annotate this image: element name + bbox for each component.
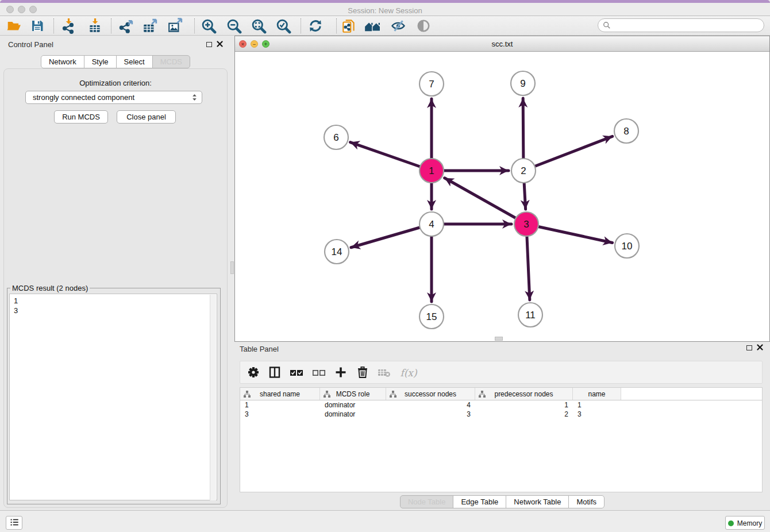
column-header-name[interactable]: name [573, 388, 621, 400]
tab-network[interactable]: Network [41, 55, 84, 68]
table-panel-close-icon[interactable] [757, 344, 763, 352]
import-table-icon [87, 18, 103, 34]
graph-node-11[interactable]: 11 [518, 303, 542, 327]
table-body: 1dominator4113dominator323 [240, 400, 762, 419]
zoom-out-icon [226, 18, 242, 34]
graph-node-1[interactable]: 1 [419, 159, 444, 183]
tab-edge-table[interactable]: Edge Table [453, 495, 506, 508]
mcds-result-line: 3 [14, 306, 217, 315]
graph-node-15[interactable]: 15 [419, 304, 444, 329]
graph-edge-3-1[interactable] [445, 178, 526, 224]
import-network-button[interactable] [60, 18, 77, 34]
table-panel-float-icon[interactable] [746, 345, 752, 350]
graph-node-label: 11 [525, 310, 536, 321]
columns-icon [268, 365, 282, 379]
control-panel-close-icon[interactable] [217, 41, 223, 49]
gear-icon [247, 365, 260, 379]
table-cell[interactable]: 3 [240, 410, 320, 419]
show-columns-button[interactable] [266, 365, 283, 381]
table-cell[interactable]: 4 [386, 400, 475, 410]
import-table-button[interactable] [86, 18, 103, 34]
table-settings-button[interactable] [245, 365, 262, 381]
column-header-successor-nodes[interactable]: successor nodes [386, 388, 475, 400]
select-all-button[interactable] [288, 365, 305, 381]
save-session-button[interactable] [29, 18, 46, 34]
splitter-grip[interactable] [230, 261, 234, 274]
table-row[interactable]: 3dominator323 [240, 410, 762, 419]
table-cell[interactable]: 3 [573, 410, 621, 419]
main-toolbar [0, 16, 770, 36]
zoom-fit-icon [251, 18, 267, 34]
zoom-in-button[interactable] [200, 18, 217, 34]
table-cell[interactable]: 1 [240, 400, 320, 410]
add-column-button[interactable] [332, 365, 349, 381]
optimization-criterion-label: Optimization criterion: [0, 79, 231, 87]
column-header-shared-name[interactable]: shared name [240, 388, 320, 400]
graph-node-label: 1 [429, 165, 434, 176]
graph-node-9[interactable]: 9 [511, 71, 535, 95]
zoom-out-button[interactable] [225, 18, 242, 34]
graph-node-4[interactable]: 4 [419, 212, 444, 236]
graphics-details-button[interactable] [390, 18, 407, 34]
column-header-predecessor-nodes[interactable]: predecessor nodes [475, 388, 573, 400]
delete-table-icon [377, 365, 392, 379]
graph-edge-3-10[interactable] [526, 224, 613, 242]
graph-node-2[interactable]: 2 [511, 159, 536, 183]
table-cell[interactable]: 1 [475, 400, 573, 410]
zoom-selected-button[interactable] [275, 18, 292, 34]
table-cell[interactable]: 3 [386, 410, 475, 419]
export-table-button[interactable] [141, 18, 159, 34]
graph-node-14[interactable]: 14 [325, 240, 349, 264]
zoom-fit-button[interactable] [250, 18, 267, 34]
bird-view-button[interactable] [415, 18, 432, 34]
memory-button[interactable]: Memory [725, 516, 765, 530]
table-cell[interactable]: 2 [475, 410, 573, 419]
optimization-select[interactable]: strongly connected component [25, 91, 202, 104]
export-image-button[interactable] [167, 18, 184, 34]
column-header-mcds-role[interactable]: MCDS role [320, 388, 386, 400]
tab-node-table[interactable]: Node Table [400, 495, 454, 508]
graph-edge-2-8[interactable] [523, 136, 613, 171]
table-cell[interactable]: 1 [573, 400, 621, 410]
run-mcds-button[interactable]: Run MCDS [54, 110, 108, 124]
table-cell[interactable]: dominator [320, 400, 386, 410]
delete-table-button[interactable] [376, 365, 393, 381]
graph-node-7[interactable]: 7 [419, 72, 444, 96]
panel-splitter[interactable] [230, 36, 234, 510]
graph-node-label: 10 [622, 241, 633, 252]
tab-network-table[interactable]: Network Table [506, 495, 569, 508]
network-splitter-grip[interactable] [495, 337, 503, 341]
toolbar-separator [111, 18, 111, 33]
mcds-result-list[interactable]: 13 [9, 294, 217, 500]
tab-motifs[interactable]: Motifs [568, 495, 605, 508]
close-icon [757, 344, 763, 350]
mcds-result-title: MCDS result (2 nodes) [10, 284, 90, 292]
column-header-label: successor nodes [405, 390, 456, 398]
table-cell[interactable]: dominator [320, 410, 386, 419]
mcds-result-scrollbar[interactable] [210, 295, 216, 500]
function-builder-button[interactable]: f(x) [396, 365, 421, 381]
export-network-button[interactable] [117, 18, 134, 34]
graph-node-3[interactable]: 3 [514, 212, 538, 236]
deselect-all-button[interactable] [310, 365, 328, 381]
graph-node-8[interactable]: 8 [614, 119, 638, 143]
close-panel-button[interactable]: Close panel [117, 110, 176, 124]
control-panel-float-icon[interactable] [206, 42, 212, 47]
tab-select[interactable]: Select [116, 55, 153, 68]
tab-style[interactable]: Style [84, 55, 117, 68]
delete-column-button[interactable] [354, 365, 371, 381]
graph-node-10[interactable]: 10 [615, 234, 639, 258]
optimization-select-value: strongly connected component [33, 93, 191, 102]
table-row[interactable]: 1dominator411 [240, 400, 762, 410]
column-type-icon [479, 391, 486, 398]
refresh-view-button[interactable] [307, 18, 324, 34]
network-canvas[interactable]: 1234678910111415 [235, 52, 769, 341]
task-history-button[interactable] [6, 516, 22, 530]
graph-node-6[interactable]: 6 [324, 125, 348, 149]
graph-edge-1-6[interactable] [351, 142, 432, 171]
home-button[interactable] [364, 18, 382, 34]
open-session-button[interactable] [5, 18, 22, 34]
clone-network-button[interactable] [340, 18, 357, 34]
tab-mcds[interactable]: MCDS [152, 55, 190, 68]
search-input[interactable] [611, 21, 759, 29]
